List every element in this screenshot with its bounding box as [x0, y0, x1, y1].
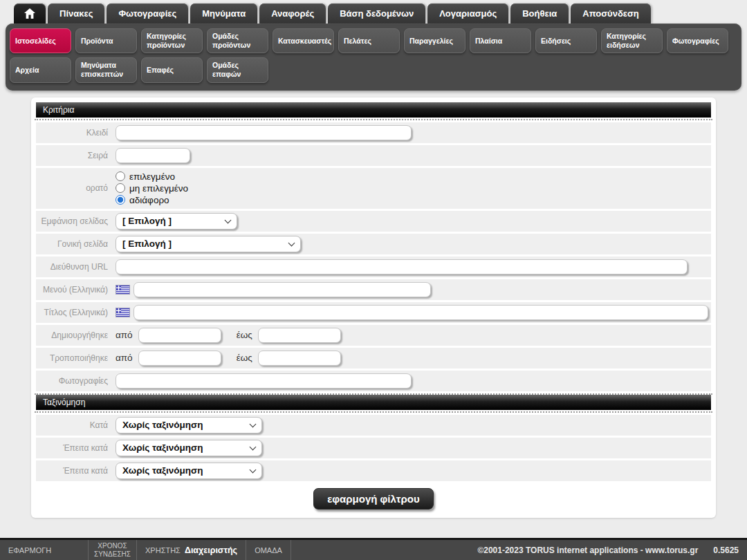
created-to-input[interactable]: [258, 328, 341, 343]
tab-account[interactable]: Λογαριασμός: [427, 3, 508, 24]
order-label: Σειρά: [36, 151, 116, 160]
then-by-label: Έπειτα κατά: [36, 443, 116, 453]
footer-version: 0.5625: [713, 545, 739, 555]
tab-logout[interactable]: Αποσύνδεση: [571, 3, 651, 24]
created-from-label: από: [116, 330, 133, 340]
toolbar-button-orders[interactable]: Παραγγελίες: [404, 28, 465, 53]
top-tab-bar: Πίνακες Φωτογραφίες Μηνύματα Αναφορές Βά…: [0, 0, 747, 24]
status-footer: ΕΦΑΡΜΟΓΗ ΧΡΟΝΟΣ ΣΥΝΔΕΣΗΣ ΧΡΗΣΤΗΣ Διαχειρ…: [0, 538, 747, 560]
toolbar-button-visitor-messages[interactable]: Μηνύματα επισκεπτών: [75, 57, 137, 82]
toolbar-button-photos[interactable]: Φωτογραφίες: [667, 28, 728, 53]
tables-toolbar: Ιστοσελίδες Προϊόντα Κατηγορίες προϊόντω…: [6, 24, 741, 91]
tab-messages[interactable]: Μηνύματα: [190, 3, 257, 24]
visible-radio-selected[interactable]: [116, 171, 125, 181]
field-row-modified: Τροποποιήθηκε από έως: [36, 348, 711, 368]
field-row-order: Σειρά: [36, 145, 711, 166]
toolbar-button-frames[interactable]: Πλαίσια: [470, 28, 531, 53]
title-greek-label: Τίτλος (Ελληνικά): [36, 308, 116, 317]
footer-session-cell: ΧΡΟΝΟΣ ΣΥΝΔΕΣΗΣ: [89, 540, 137, 560]
tab-photos[interactable]: Φωτογραφίες: [107, 3, 188, 24]
sort-row-3: Έπειτα κατά Χωρίς ταξινόμηση: [36, 460, 711, 481]
tab-database[interactable]: Βάση δεδομένων: [328, 3, 425, 24]
field-row-title-greek: Τίτλος (Ελληνικά): [36, 302, 711, 323]
modified-label: Τροποποιήθηκε: [36, 353, 116, 363]
created-label: Δημιουργήθηκε: [36, 330, 116, 340]
footer-copyright: ©2001-2023 TORUS internet applications -…: [477, 545, 698, 555]
parent-page-select[interactable]: [ Επιλογή ]: [116, 236, 301, 252]
sort-by-select[interactable]: Χωρίς ταξινόμηση: [116, 417, 262, 433]
photos-label: Φωτογραφίες: [36, 376, 116, 386]
then-by-2-label: Έπειτα κατά: [36, 466, 116, 476]
field-row-key: Κλειδί: [36, 122, 711, 143]
toolbar-button-product-groups[interactable]: Ομάδες προϊόντων: [207, 28, 268, 53]
url-label: Διεύθυνση URL: [36, 262, 116, 272]
footer-group-cell: ΟΜΑΔΑ: [246, 540, 291, 560]
menu-greek-label: Μενού (Ελληνικά): [36, 285, 116, 295]
toolbar-button-contacts[interactable]: Επαφές: [141, 57, 203, 82]
visible-radio-group: επιλεγμένο μη επιλεγμένο αδιάφορο: [116, 170, 188, 207]
menu-greek-input[interactable]: [133, 282, 431, 297]
page-display-select[interactable]: [ Επιλογή ]: [116, 213, 237, 230]
toolbar-button-websites[interactable]: Ιστοσελίδες: [10, 28, 71, 53]
then-by-2-select[interactable]: Χωρίς ταξινόμηση: [116, 463, 262, 479]
toolbar-button-manufacturers[interactable]: Κατασκευαστές: [273, 28, 334, 53]
visible-option-not-selected-label: μη επιλεγμένο: [129, 183, 188, 194]
toolbar-button-customers[interactable]: Πελάτες: [338, 28, 400, 53]
visible-option-selected[interactable]: επιλεγμένο: [116, 171, 188, 182]
sort-row-2: Έπειτα κατά Χωρίς ταξινόμηση: [36, 438, 711, 458]
key-input[interactable]: [116, 125, 412, 140]
field-row-url: Διεύθυνση URL: [36, 256, 711, 277]
filter-panel: Κριτήρια Κλειδί Σειρά ορατό επιλεγμένο μ…: [31, 97, 716, 518]
visible-option-indifferent-label: αδιάφορο: [129, 195, 169, 205]
tab-help[interactable]: Βοήθεια: [510, 3, 569, 24]
toolbar-row-1: Ιστοσελίδες Προϊόντα Κατηγορίες προϊόντω…: [10, 28, 737, 53]
footer-app-label: ΕΦΑΡΜΟΓΗ: [8, 546, 51, 554]
visible-radio-indifferent[interactable]: [116, 195, 125, 205]
sorting-section-header: Ταξινόμηση: [36, 395, 711, 410]
photos-input[interactable]: [116, 373, 412, 389]
toolbar-button-news[interactable]: Ειδήσεις: [535, 28, 597, 53]
toolbar-button-product-categories[interactable]: Κατηγορίες προϊόντων: [141, 28, 203, 53]
footer-session-line2: ΣΥΝΔΕΣΗΣ: [94, 550, 131, 559]
greek-flag-icon: [116, 308, 130, 317]
field-row-photos: Φωτογραφίες: [36, 371, 711, 391]
footer-user-value: Διαχειριστής: [185, 545, 237, 555]
footer-user-label: ΧΡΗΣΤΗΣ: [145, 546, 181, 554]
toolbar-button-files[interactable]: Αρχεία: [10, 57, 71, 82]
visible-label: ορατό: [36, 183, 116, 193]
toolbar-button-news-categories[interactable]: Κατηγορίες ειδήσεων: [601, 28, 663, 53]
apply-filter-button[interactable]: εφαρμογή φίλτρου: [313, 488, 433, 510]
field-row-page-display: Εμφάνιση σελίδας [ Επιλογή ]: [36, 211, 711, 232]
visible-option-indifferent[interactable]: αδιάφορο: [116, 195, 188, 205]
modified-to-label: έως: [237, 353, 252, 363]
footer-group-label: ΟΜΑΔΑ: [255, 546, 282, 554]
tab-reports[interactable]: Αναφορές: [259, 3, 326, 24]
tab-home[interactable]: [14, 3, 46, 24]
field-row-parent-page: Γονική σελίδα [ Επιλογή ]: [36, 234, 711, 254]
visible-radio-not-selected[interactable]: [116, 183, 125, 193]
footer-app-cell: ΕΦΑΡΜΟΓΗ: [0, 540, 89, 560]
order-input[interactable]: [116, 148, 190, 163]
toolbar-button-products[interactable]: Προϊόντα: [75, 28, 137, 53]
sort-by-label: Κατά: [36, 420, 116, 430]
greek-flag-icon: [116, 285, 130, 295]
url-input[interactable]: [116, 259, 688, 274]
toolbar-button-contact-groups[interactable]: Ομάδες επαφών: [207, 57, 268, 82]
sort-row-1: Κατά Χωρίς ταξινόμηση: [36, 415, 711, 436]
field-row-visible: ορατό επιλεγμένο μη επιλεγμένο αδιάφορο: [36, 168, 711, 209]
created-from-input[interactable]: [138, 328, 221, 343]
title-greek-input[interactable]: [133, 305, 708, 320]
modified-to-input[interactable]: [258, 351, 341, 366]
visible-option-not-selected[interactable]: μη επιλεγμένο: [116, 183, 188, 194]
field-row-created: Δημιουργήθηκε από έως: [36, 325, 711, 346]
parent-page-label: Γονική σελίδα: [36, 239, 116, 249]
visible-option-selected-label: επιλεγμένο: [129, 171, 175, 182]
then-by-select[interactable]: Χωρίς ταξινόμηση: [116, 440, 262, 456]
home-icon: [24, 8, 35, 19]
footer-session-line1: ΧΡΟΝΟΣ: [98, 542, 127, 550]
tab-tables[interactable]: Πίνακες: [48, 3, 104, 24]
footer-copyright-cell: ©2001-2023 TORUS internet applications -…: [477, 540, 747, 560]
toolbar-row-2: Αρχεία Μηνύματα επισκεπτών Επαφές Ομάδες…: [10, 57, 737, 82]
modified-from-input[interactable]: [138, 351, 221, 366]
dotted-separator: [35, 119, 712, 120]
